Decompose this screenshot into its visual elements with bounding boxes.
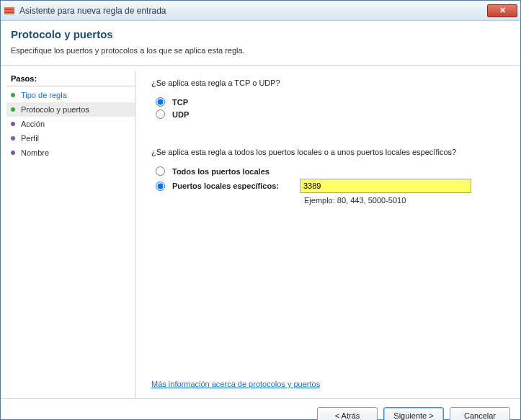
radio-row-specific-ports: Puertos locales específicos: bbox=[156, 179, 504, 193]
close-button[interactable]: ✕ bbox=[487, 4, 517, 17]
radio-all-ports-label[interactable]: Todos los puertos locales bbox=[172, 167, 270, 176]
specific-ports-input[interactable] bbox=[300, 179, 471, 193]
radio-row-tcp: TCP bbox=[156, 97, 504, 107]
wizard-body: Pasos: Tipo de regla Protocolo y puertos… bbox=[1, 66, 520, 398]
radio-tcp[interactable] bbox=[156, 97, 165, 107]
page-title: Protocolo y puertos bbox=[11, 28, 510, 40]
step-protocol-ports[interactable]: Protocolo y puertos bbox=[6, 102, 135, 117]
radio-all-ports[interactable] bbox=[156, 166, 165, 176]
radio-specific-ports-label[interactable]: Puertos locales específicos: bbox=[172, 182, 279, 190]
close-icon: ✕ bbox=[499, 6, 506, 15]
next-button[interactable]: Siguiente > bbox=[383, 407, 444, 420]
step-label: Nombre bbox=[21, 148, 49, 157]
radio-udp[interactable] bbox=[156, 110, 165, 119]
protocol-question: ¿Se aplica esta regla a TCP o UDP? bbox=[151, 79, 504, 87]
ports-question: ¿Se aplica esta regla a todos los puerto… bbox=[151, 148, 504, 156]
ports-example: Ejemplo: 80, 443, 5000-5010 bbox=[304, 196, 504, 205]
step-name[interactable]: Nombre bbox=[6, 146, 135, 160]
back-button[interactable]: < Atrás bbox=[317, 407, 378, 420]
step-label: Protocolo y puertos bbox=[21, 105, 89, 114]
bullet-icon bbox=[11, 107, 15, 112]
svg-rect-3 bbox=[4, 13, 14, 14]
step-action[interactable]: Acción bbox=[6, 117, 135, 131]
radio-tcp-label[interactable]: TCP bbox=[172, 98, 188, 107]
radio-row-all-ports: Todos los puertos locales bbox=[156, 166, 504, 176]
svg-rect-2 bbox=[4, 10, 14, 12]
step-label: Acción bbox=[21, 120, 45, 128]
wizard-footer: < Atrás Siguiente > Cancelar bbox=[1, 398, 520, 420]
titlebar: Asistente para nueva regla de entrada ✕ bbox=[1, 1, 520, 21]
steps-sidebar: Pasos: Tipo de regla Protocolo y puertos… bbox=[1, 66, 135, 398]
window-title: Asistente para nueva regla de entrada bbox=[19, 6, 487, 16]
more-info-link[interactable]: Más información acerca de protocolos y p… bbox=[151, 380, 320, 388]
step-profile[interactable]: Perfil bbox=[6, 131, 135, 146]
wizard-window: Asistente para nueva regla de entrada ✕ … bbox=[0, 0, 521, 420]
radio-row-udp: UDP bbox=[156, 110, 504, 119]
step-label: Perfil bbox=[21, 134, 39, 143]
page-subtitle: Especifique los puertos y protocolos a l… bbox=[11, 46, 510, 55]
bullet-icon bbox=[11, 151, 15, 155]
radio-specific-ports[interactable] bbox=[156, 182, 165, 191]
firewall-icon bbox=[4, 5, 15, 17]
cancel-button[interactable]: Cancelar bbox=[450, 407, 510, 420]
wizard-content: ¿Se aplica esta regla a TCP o UDP? TCP U… bbox=[135, 66, 520, 398]
bullet-icon bbox=[11, 136, 15, 140]
steps-title: Pasos: bbox=[6, 71, 135, 86]
bullet-icon bbox=[11, 93, 15, 97]
step-rule-type[interactable]: Tipo de regla bbox=[6, 88, 135, 102]
wizard-header: Protocolo y puertos Especifique los puer… bbox=[1, 21, 520, 65]
step-label: Tipo de regla bbox=[21, 91, 67, 99]
svg-rect-1 bbox=[4, 7, 14, 9]
ports-section: ¿Se aplica esta regla a todos los puerto… bbox=[151, 148, 504, 205]
radio-udp-label[interactable]: UDP bbox=[172, 110, 189, 119]
bullet-icon bbox=[11, 122, 15, 126]
